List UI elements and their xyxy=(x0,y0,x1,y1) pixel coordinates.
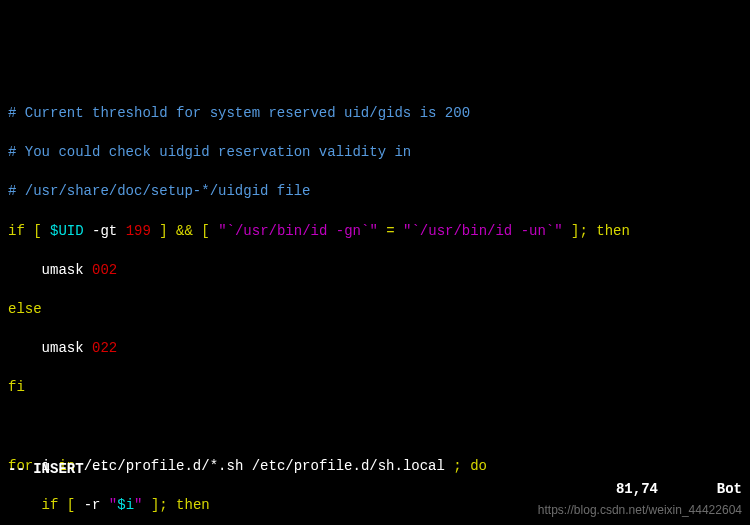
code-line: else xyxy=(8,300,742,320)
comment-line: # Current threshold for system reserved … xyxy=(8,104,742,124)
code-line: umask 002 xyxy=(8,261,742,281)
comment-line: # /usr/share/doc/setup-*/uidgid file xyxy=(8,182,742,202)
watermark: https://blog.csdn.net/weixin_44422604 xyxy=(538,502,742,519)
cursor-position: 81,74 xyxy=(616,481,658,497)
scroll-position: Bot xyxy=(717,481,742,497)
code-line: if [ $UID -gt 199 ] && [ "`/usr/bin/id -… xyxy=(8,222,742,242)
vim-mode-indicator: -- INSERT -- xyxy=(8,460,109,519)
editor-content[interactable]: # Current threshold for system reserved … xyxy=(8,84,742,525)
code-line: fi xyxy=(8,378,742,398)
blank-line xyxy=(8,417,742,437)
comment-line: # You could check uidgid reservation val… xyxy=(8,143,742,163)
code-line: umask 022 xyxy=(8,339,742,359)
